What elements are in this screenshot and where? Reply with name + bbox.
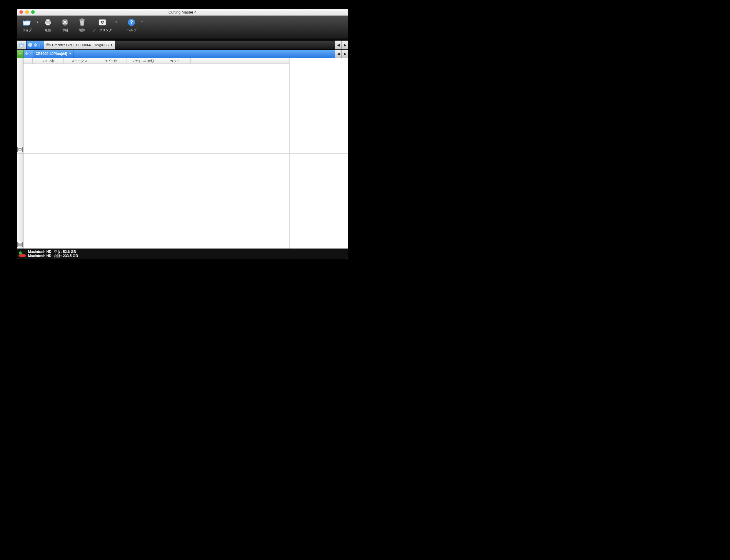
status-bar: Macintosh HD: 空き: 52.6 GB Macintosh HD: …: [17, 249, 348, 259]
col-status[interactable]: ステータス: [64, 58, 95, 64]
svg-rect-6: [99, 19, 106, 25]
titlebar: Cutting Master 4: [17, 9, 348, 16]
cancel-icon: [61, 18, 69, 27]
device-selected: Graphtec GPGL CE6000-40Plus@USB: [52, 43, 109, 47]
svg-rect-5: [81, 19, 83, 19]
cube-small-icon: [28, 43, 33, 47]
col-color[interactable]: カラー: [159, 58, 191, 64]
delete-button[interactable]: 削除: [74, 17, 90, 33]
disk-total-label: 合計: [54, 254, 61, 258]
device-scroll-right[interactable]: ▶: [341, 41, 348, 49]
hold-preview: [289, 154, 348, 249]
cube-icon: [19, 42, 24, 48]
disk-free-label: 空き: [54, 250, 61, 254]
job-list: ジョブ名 ステータス コピー数 ファイルの種類 カラー: [24, 58, 289, 153]
disk-total-value: 233.5 GB: [63, 254, 78, 258]
output-pane: ジョブ名 ステータス コピー数 ファイルの種類 カラー: [24, 58, 348, 153]
link-icon: [98, 18, 107, 27]
zoom-window-button[interactable]: [31, 10, 35, 14]
queue-all-tab[interactable]: 全て: [24, 50, 34, 58]
hold-pane: [24, 153, 348, 249]
device-settings-button[interactable]: [17, 41, 26, 49]
window-title: Cutting Master 4: [17, 10, 348, 14]
datalink-button[interactable]: データリンク: [91, 17, 114, 33]
device-all-tab[interactable]: 全て: [26, 41, 44, 49]
device-selector[interactable]: Graphtec GPGL CE6000-40Plus@USB ▼: [44, 41, 115, 49]
device-bar: 全て Graphtec GPGL CE6000-40Plus@USB ▼ ◀ ▶: [17, 41, 348, 50]
svg-rect-1: [46, 19, 50, 21]
queue-all-label: 全て: [25, 51, 32, 56]
app-window: Cutting Master 4 ジョブ ▼ 送信 中断: [17, 9, 348, 259]
dropdown-arrow-icon: ▼: [69, 52, 71, 55]
delete-label: 削除: [79, 28, 85, 32]
help-icon: ?: [127, 18, 136, 27]
help-button[interactable]: ? ヘルプ: [123, 17, 140, 33]
abort-button[interactable]: 中断: [57, 17, 73, 33]
add-queue-button[interactable]: +: [17, 50, 24, 58]
hold-list[interactable]: [24, 154, 289, 249]
row-handle-column[interactable]: [24, 58, 33, 64]
queue-selector[interactable]: CE6000-40Plus(#4) ▼: [34, 50, 74, 58]
minimize-window-button[interactable]: [25, 10, 29, 14]
printer-icon: [44, 18, 52, 27]
col-file-type[interactable]: ファイルの種類: [126, 58, 159, 64]
output-side-icon: [17, 147, 23, 152]
queue-bar-spacer: [74, 50, 335, 58]
queue-scroll-left[interactable]: ◀: [335, 50, 341, 58]
svg-rect-2: [46, 23, 50, 25]
dropdown-arrow-icon: ▼: [110, 44, 113, 46]
close-window-button[interactable]: [19, 10, 23, 14]
panes: ジョブ名 ステータス コピー数 ファイルの種類 カラー: [24, 58, 348, 249]
disk-name-2: Macintosh HD: [28, 254, 51, 258]
job-dropdown[interactable]: ▼: [36, 21, 39, 24]
plotter-icon: [46, 43, 51, 47]
main-toolbar: ジョブ ▼ 送信 中断 削除: [17, 16, 348, 41]
job-table-header: ジョブ名 ステータス コピー数 ファイルの種類 カラー: [24, 58, 289, 64]
svg-rect-4: [79, 19, 85, 21]
trash-icon: [78, 18, 86, 27]
queue-bar: + 全て CE6000-40Plus(#4) ▼ ◀ ▶: [17, 50, 348, 58]
side-tabs: 出力 保留: [17, 58, 24, 249]
queue-selected: CE6000-40Plus(#4): [36, 52, 67, 56]
datalink-dropdown[interactable]: ▼: [114, 21, 118, 24]
help-label: ヘルプ: [127, 28, 136, 32]
disk-usage-icon: [19, 251, 26, 257]
disk-name-1: Macintosh HD: [28, 250, 51, 254]
hold-side-icon: [17, 242, 23, 247]
col-copies[interactable]: コピー数: [95, 58, 126, 64]
col-job-name[interactable]: ジョブ名: [33, 58, 64, 64]
main-area: 出力 保留 ジ: [17, 58, 348, 249]
hold-side-tab[interactable]: 保留: [17, 153, 23, 249]
output-preview: [289, 58, 348, 153]
send-button[interactable]: 送信: [40, 17, 56, 33]
job-table-body[interactable]: [24, 64, 289, 153]
svg-rect-10: [47, 43, 49, 44]
datalink-label: データリンク: [93, 28, 112, 32]
send-label: 送信: [45, 28, 51, 32]
output-side-tab[interactable]: 出力: [17, 58, 23, 153]
window-controls: [19, 10, 35, 14]
disk-free-value: 52.6 GB: [63, 250, 76, 254]
device-scroll-left[interactable]: ◀: [335, 41, 341, 49]
svg-rect-9: [46, 44, 50, 46]
job-button[interactable]: ジョブ: [19, 17, 35, 33]
svg-text:?: ?: [130, 19, 133, 25]
job-label: ジョブ: [22, 28, 32, 32]
device-bar-spacer: [115, 41, 335, 49]
disk-usage-text: Macintosh HD: 空き: 52.6 GB Macintosh HD: …: [28, 250, 78, 258]
help-dropdown[interactable]: ▼: [140, 21, 144, 24]
abort-label: 中断: [62, 28, 68, 32]
device-all-label: 全て: [34, 43, 41, 48]
queue-scroll-right[interactable]: ▶: [341, 50, 348, 58]
folder-open-icon: [22, 18, 31, 27]
